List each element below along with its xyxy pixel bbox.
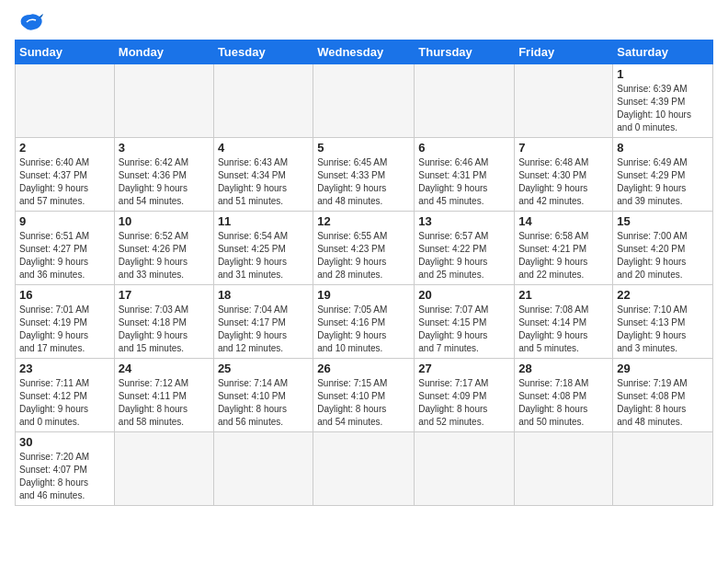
day-info: Sunrise: 6:51 AM Sunset: 4:27 PM Dayligh… xyxy=(19,230,110,282)
calendar-cell xyxy=(515,432,613,506)
calendar-cell xyxy=(213,432,313,506)
day-number: 19 xyxy=(317,288,410,302)
day-info: Sunrise: 7:04 AM Sunset: 4:17 PM Dayligh… xyxy=(218,304,309,355)
calendar-cell: 24Sunrise: 7:12 AM Sunset: 4:11 PM Dayli… xyxy=(114,359,213,432)
day-info: Sunrise: 6:40 AM Sunset: 4:37 PM Dayligh… xyxy=(19,156,110,208)
calendar-cell: 16Sunrise: 7:01 AM Sunset: 4:19 PM Dayli… xyxy=(16,285,115,359)
day-info: Sunrise: 7:07 AM Sunset: 4:15 PM Dayligh… xyxy=(418,304,510,355)
day-number: 18 xyxy=(218,288,309,302)
day-number: 30 xyxy=(19,435,110,449)
day-info: Sunrise: 7:03 AM Sunset: 4:18 PM Dayligh… xyxy=(119,304,210,355)
calendar-cell: 30Sunrise: 7:20 AM Sunset: 4:07 PM Dayli… xyxy=(16,432,115,506)
day-info: Sunrise: 6:48 AM Sunset: 4:30 PM Dayligh… xyxy=(518,156,609,208)
calendar-week-5: 23Sunrise: 7:11 AM Sunset: 4:12 PM Dayli… xyxy=(16,359,713,432)
calendar-cell: 5Sunrise: 6:45 AM Sunset: 4:33 PM Daylig… xyxy=(313,138,415,212)
weekday-header-row: SundayMondayTuesdayWednesdayThursdayFrid… xyxy=(16,40,713,64)
calendar-cell: 6Sunrise: 6:46 AM Sunset: 4:31 PM Daylig… xyxy=(415,138,515,212)
day-number: 8 xyxy=(617,141,709,155)
day-number: 7 xyxy=(518,141,609,155)
day-info: Sunrise: 7:18 AM Sunset: 4:08 PM Dayligh… xyxy=(518,377,609,429)
logo-text xyxy=(15,13,43,34)
calendar-cell xyxy=(515,64,613,138)
day-info: Sunrise: 7:20 AM Sunset: 4:07 PM Dayligh… xyxy=(19,451,110,502)
day-number: 6 xyxy=(418,141,510,155)
calendar-week-3: 9Sunrise: 6:51 AM Sunset: 4:27 PM Daylig… xyxy=(16,212,713,285)
day-number: 3 xyxy=(119,141,210,155)
day-number: 13 xyxy=(418,214,510,228)
logo xyxy=(15,9,43,34)
calendar-cell xyxy=(415,432,515,506)
calendar-cell: 28Sunrise: 7:18 AM Sunset: 4:08 PM Dayli… xyxy=(515,359,613,432)
day-info: Sunrise: 7:01 AM Sunset: 4:19 PM Dayligh… xyxy=(19,304,110,355)
calendar-cell: 29Sunrise: 7:19 AM Sunset: 4:08 PM Dayli… xyxy=(613,359,713,432)
day-number: 16 xyxy=(19,288,110,302)
header xyxy=(15,9,713,34)
calendar-cell xyxy=(16,64,115,138)
calendar-table: SundayMondayTuesdayWednesdayThursdayFrid… xyxy=(15,40,713,506)
calendar-week-1: 1Sunrise: 6:39 AM Sunset: 4:39 PM Daylig… xyxy=(16,64,713,138)
weekday-header-wednesday: Wednesday xyxy=(313,40,415,64)
day-number: 5 xyxy=(317,141,410,155)
calendar-cell: 15Sunrise: 7:00 AM Sunset: 4:20 PM Dayli… xyxy=(613,212,713,285)
day-number: 12 xyxy=(317,214,410,228)
calendar-cell: 10Sunrise: 6:52 AM Sunset: 4:26 PM Dayli… xyxy=(114,212,213,285)
day-number: 9 xyxy=(19,214,110,228)
calendar-cell xyxy=(114,64,213,138)
day-number: 20 xyxy=(418,288,510,302)
day-info: Sunrise: 7:17 AM Sunset: 4:09 PM Dayligh… xyxy=(418,377,510,429)
calendar-cell xyxy=(415,64,515,138)
calendar-cell: 13Sunrise: 6:57 AM Sunset: 4:22 PM Dayli… xyxy=(415,212,515,285)
day-info: Sunrise: 7:19 AM Sunset: 4:08 PM Dayligh… xyxy=(617,377,709,429)
calendar-cell xyxy=(613,432,713,506)
weekday-header-friday: Friday xyxy=(515,40,613,64)
calendar-cell: 26Sunrise: 7:15 AM Sunset: 4:10 PM Dayli… xyxy=(313,359,415,432)
day-info: Sunrise: 7:10 AM Sunset: 4:13 PM Dayligh… xyxy=(617,304,709,355)
logo-bird-icon xyxy=(17,13,43,33)
weekday-header-tuesday: Tuesday xyxy=(213,40,313,64)
calendar-cell: 19Sunrise: 7:05 AM Sunset: 4:16 PM Dayli… xyxy=(313,285,415,359)
day-number: 27 xyxy=(418,362,510,375)
calendar-week-6: 30Sunrise: 7:20 AM Sunset: 4:07 PM Dayli… xyxy=(16,432,713,506)
day-number: 25 xyxy=(218,362,309,375)
day-info: Sunrise: 7:08 AM Sunset: 4:14 PM Dayligh… xyxy=(518,304,609,355)
day-info: Sunrise: 6:52 AM Sunset: 4:26 PM Dayligh… xyxy=(119,230,210,282)
calendar-cell: 21Sunrise: 7:08 AM Sunset: 4:14 PM Dayli… xyxy=(515,285,613,359)
calendar-cell: 7Sunrise: 6:48 AM Sunset: 4:30 PM Daylig… xyxy=(515,138,613,212)
day-info: Sunrise: 6:58 AM Sunset: 4:21 PM Dayligh… xyxy=(518,230,609,282)
calendar-cell: 18Sunrise: 7:04 AM Sunset: 4:17 PM Dayli… xyxy=(213,285,313,359)
day-info: Sunrise: 6:49 AM Sunset: 4:29 PM Dayligh… xyxy=(617,156,709,208)
day-info: Sunrise: 7:12 AM Sunset: 4:11 PM Dayligh… xyxy=(119,377,210,429)
calendar-cell: 1Sunrise: 6:39 AM Sunset: 4:39 PM Daylig… xyxy=(613,64,713,138)
day-info: Sunrise: 6:43 AM Sunset: 4:34 PM Dayligh… xyxy=(218,156,309,208)
weekday-header-thursday: Thursday xyxy=(415,40,515,64)
day-number: 26 xyxy=(317,362,410,375)
calendar-cell: 22Sunrise: 7:10 AM Sunset: 4:13 PM Dayli… xyxy=(613,285,713,359)
day-number: 1 xyxy=(617,67,709,81)
day-info: Sunrise: 7:15 AM Sunset: 4:10 PM Dayligh… xyxy=(317,377,410,429)
day-number: 29 xyxy=(617,362,709,375)
day-number: 28 xyxy=(518,362,609,375)
calendar-cell xyxy=(213,64,313,138)
calendar-cell xyxy=(313,64,415,138)
calendar-cell: 20Sunrise: 7:07 AM Sunset: 4:15 PM Dayli… xyxy=(415,285,515,359)
calendar-cell xyxy=(313,432,415,506)
calendar-cell: 17Sunrise: 7:03 AM Sunset: 4:18 PM Dayli… xyxy=(114,285,213,359)
calendar-cell: 2Sunrise: 6:40 AM Sunset: 4:37 PM Daylig… xyxy=(16,138,115,212)
day-number: 21 xyxy=(518,288,609,302)
calendar-cell: 11Sunrise: 6:54 AM Sunset: 4:25 PM Dayli… xyxy=(213,212,313,285)
calendar-cell: 3Sunrise: 6:42 AM Sunset: 4:36 PM Daylig… xyxy=(114,138,213,212)
weekday-header-saturday: Saturday xyxy=(613,40,713,64)
day-number: 14 xyxy=(518,214,609,228)
day-info: Sunrise: 6:45 AM Sunset: 4:33 PM Dayligh… xyxy=(317,156,410,208)
day-number: 15 xyxy=(617,214,709,228)
calendar-cell xyxy=(114,432,213,506)
calendar-cell: 14Sunrise: 6:58 AM Sunset: 4:21 PM Dayli… xyxy=(515,212,613,285)
day-info: Sunrise: 6:42 AM Sunset: 4:36 PM Dayligh… xyxy=(119,156,210,208)
day-number: 2 xyxy=(19,141,110,155)
day-info: Sunrise: 6:57 AM Sunset: 4:22 PM Dayligh… xyxy=(418,230,510,282)
calendar-cell: 25Sunrise: 7:14 AM Sunset: 4:10 PM Dayli… xyxy=(213,359,313,432)
day-number: 22 xyxy=(617,288,709,302)
calendar-cell: 8Sunrise: 6:49 AM Sunset: 4:29 PM Daylig… xyxy=(613,138,713,212)
day-number: 4 xyxy=(218,141,309,155)
calendar-week-4: 16Sunrise: 7:01 AM Sunset: 4:19 PM Dayli… xyxy=(16,285,713,359)
